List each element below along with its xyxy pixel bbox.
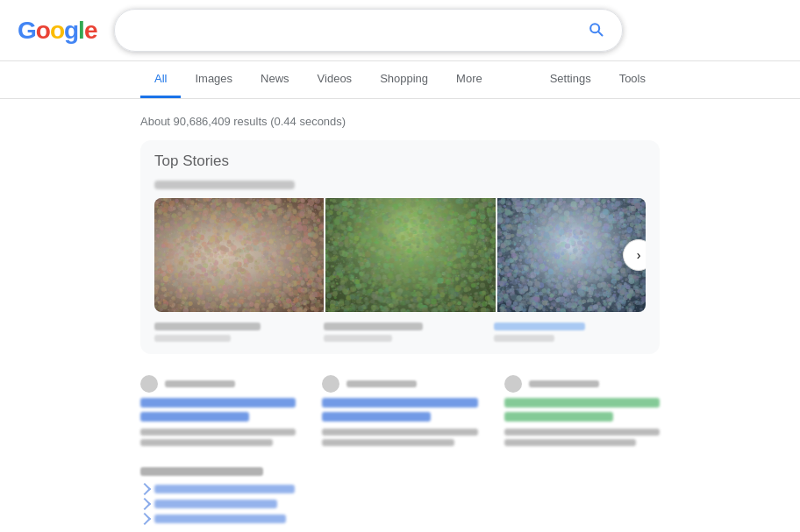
- also-link-3: [154, 514, 286, 523]
- arrow-icon-1: [139, 483, 151, 495]
- result-snippet-2a: [322, 429, 477, 436]
- search-input[interactable]: thanos: [129, 23, 583, 39]
- tab-more[interactable]: More: [442, 61, 496, 98]
- top-stories-section: Top Stories ›: [140, 140, 660, 354]
- result-snippet-2b: [322, 439, 454, 446]
- top-stories-title: Top Stories: [154, 153, 646, 170]
- result-block-2: [322, 375, 477, 446]
- tab-all[interactable]: All: [140, 61, 181, 98]
- result-row-1: [140, 375, 660, 446]
- results-area: About 90,686,409 results (0.44 seconds) …: [0, 99, 800, 532]
- noise-overlay-1: [154, 198, 324, 312]
- nav-tabs: All Images News Videos Shopping More Set…: [0, 61, 800, 99]
- story-panel-left[interactable]: [154, 198, 324, 312]
- arrow-icon-2: [139, 498, 151, 510]
- result-title-3a: [504, 398, 660, 408]
- story-meta-left: [154, 323, 306, 342]
- nav-right: Settings Tools: [536, 61, 660, 98]
- result-snippet-3b: [504, 439, 637, 446]
- arrow-icon-3: [139, 513, 151, 525]
- story-panel-mid[interactable]: [325, 198, 495, 312]
- source-name-2: [346, 380, 417, 387]
- also-row-3[interactable]: [140, 514, 660, 523]
- image-panels: [154, 198, 646, 312]
- noise-overlay-2: [325, 198, 495, 312]
- story-meta-mid: [324, 323, 475, 342]
- source-name-3: [529, 380, 599, 387]
- google-logo[interactable]: Google: [18, 17, 96, 45]
- also-row-1[interactable]: [140, 485, 660, 493]
- tab-tools[interactable]: Tools: [605, 61, 660, 98]
- header: Google thanos: [0, 0, 800, 61]
- search-bar: thanos: [114, 9, 623, 52]
- result-block-1: [140, 375, 296, 446]
- result-title-1a: [140, 398, 296, 408]
- source-icon-2: [322, 375, 339, 393]
- stories-carousel: ›: [154, 198, 646, 312]
- also-search-title: [140, 467, 263, 476]
- result-block-3: [504, 375, 660, 446]
- result-snippet-1b: [140, 439, 273, 446]
- result-title-2a: [322, 398, 477, 408]
- result-title-2b: [322, 412, 431, 422]
- tab-images[interactable]: Images: [181, 61, 246, 98]
- story-source-blur: [154, 181, 295, 189]
- source-icon-3: [504, 375, 522, 393]
- result-snippet-1a: [140, 429, 296, 436]
- search-icon: [587, 20, 604, 38]
- story-meta-row: [154, 323, 646, 342]
- tab-videos[interactable]: Videos: [304, 61, 367, 98]
- result-title-3b: [504, 412, 613, 422]
- result-snippet-3a: [504, 429, 660, 436]
- also-search-section: [140, 467, 660, 523]
- also-link-1: [154, 485, 295, 493]
- result-source-3: [504, 375, 660, 393]
- also-link-2: [154, 500, 277, 508]
- result-source-1: [140, 375, 296, 393]
- story-meta-right: [494, 323, 646, 342]
- source-icon-1: [140, 375, 158, 393]
- also-row-2[interactable]: [140, 500, 660, 508]
- result-source-2: [322, 375, 477, 393]
- results-count: About 90,686,409 results (0.44 seconds): [140, 108, 660, 140]
- result-title-1b: [140, 412, 249, 422]
- tab-settings[interactable]: Settings: [536, 61, 605, 98]
- search-button[interactable]: [583, 17, 608, 44]
- tab-shopping[interactable]: Shopping: [366, 61, 442, 98]
- tab-news[interactable]: News: [246, 61, 304, 98]
- bottom-results: [140, 375, 660, 523]
- source-name-1: [165, 380, 235, 387]
